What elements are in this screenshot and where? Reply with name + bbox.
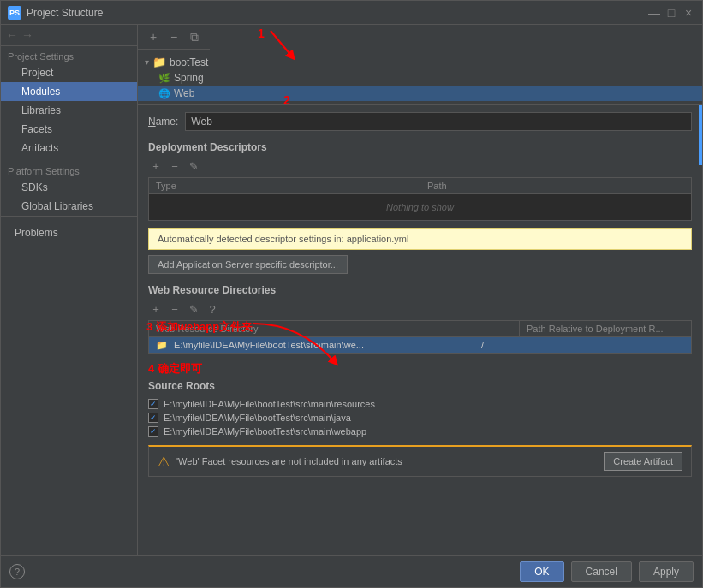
wr-remove-btn[interactable]: − <box>167 301 182 317</box>
nav-back[interactable]: ← <box>6 28 18 42</box>
wr-add-btn[interactable]: + <box>148 301 164 317</box>
platform-settings-label: Platform Settings <box>1 161 137 178</box>
deployment-toolbar: + − ✎ <box>148 158 692 174</box>
project-settings-label: Project Settings <box>1 46 137 63</box>
tree-item-spring[interactable]: 🌿 Spring <box>138 70 702 86</box>
close-button[interactable]: × <box>682 6 695 20</box>
nothing-to-show: Nothing to show <box>386 202 454 212</box>
sidebar-item-project[interactable]: Project <box>1 63 137 82</box>
sidebar-item-artifacts[interactable]: Artifacts <box>1 139 137 157</box>
source-item-resources: ✓ E:\myfile\IDEA\MyFile\bootTest\src\mai… <box>148 397 692 411</box>
deployment-table: Type Path Nothing to show <box>148 177 692 221</box>
footer-left: ? <box>9 564 513 579</box>
app-icon: PS <box>8 6 21 20</box>
annotation-4: 4 确定即可 <box>148 362 202 375</box>
source-item-webapp: ✓ E:\myfile\IDEA\MyFile\bootTest\src\mai… <box>148 425 692 438</box>
ok-button[interactable]: OK <box>520 561 563 582</box>
main-content: ← → Project Settings Project Modules Lib… <box>1 25 702 555</box>
title-bar: PS Project Structure — □ × <box>1 1 702 25</box>
apply-button[interactable]: Apply <box>639 561 694 582</box>
wr-help-btn[interactable]: ? <box>205 301 220 317</box>
sidebar-item-modules[interactable]: Modules <box>1 82 137 101</box>
auto-detected-box: Automatically detected descriptor settin… <box>148 228 692 250</box>
type-col-header: Type <box>149 178 420 193</box>
sidebar-item-facets[interactable]: Facets <box>1 120 137 139</box>
wr-dir-col: Web Resource Directory <box>149 321 520 336</box>
wr-edit-btn[interactable]: ✎ <box>186 301 201 317</box>
tree-item-web[interactable]: 🌐 Web <box>138 86 702 101</box>
right-accent-bar <box>699 105 702 165</box>
sidebar-item-problems[interactable]: Problems <box>8 223 130 242</box>
spring-label: Spring <box>174 72 204 84</box>
detail-panel: Name: Deployment Descriptors + − ✎ Type … <box>138 105 702 555</box>
deployment-descriptors-title: Deployment Descriptors <box>148 141 692 153</box>
nav-forward[interactable]: → <box>21 28 33 42</box>
sidebar-item-libraries[interactable]: Libraries <box>1 101 137 120</box>
path-col-header: Path <box>420 178 691 193</box>
add-module-btn[interactable]: + <box>145 28 162 45</box>
tree-expand-arrow: ▾ <box>145 57 149 67</box>
annotation-4-container: 4 确定即可 <box>148 361 692 377</box>
copy-module-btn[interactable]: ⧉ <box>186 28 203 45</box>
warning-text: 'Web' Facet resources are not included i… <box>176 456 597 466</box>
name-row: Name: <box>148 112 692 131</box>
wr-path-value: / <box>474 337 646 353</box>
source-path-0: E:\myfile\IDEA\MyFile\bootTest\src\main\… <box>164 399 375 409</box>
create-artifact-btn[interactable]: Create Artifact <box>604 452 682 471</box>
web-label: Web <box>174 87 194 99</box>
web-icon: 🌐 <box>158 88 170 99</box>
dd-remove-btn[interactable]: − <box>167 158 182 174</box>
source-roots-area: Source Roots ✓ E:\myfile\IDEA\MyFile\boo… <box>148 380 692 438</box>
dd-edit-btn[interactable]: ✎ <box>186 158 201 174</box>
module-toolbar: + − ⧉ <box>138 25 210 50</box>
sidebar-item-global-libraries[interactable]: Global Libraries <box>1 197 137 216</box>
source-roots-title: Source Roots <box>148 380 692 392</box>
wr-toolbar: + − ✎ ? <box>148 301 692 317</box>
folder-icon: 📁 <box>152 56 166 68</box>
window-controls: — □ × <box>647 6 695 20</box>
source-path-2: E:\myfile\IDEA\MyFile\bootTest\src\main\… <box>164 426 366 437</box>
dialog-footer: ? OK Cancel Apply <box>1 555 702 587</box>
source-checkbox-2[interactable]: ✓ <box>148 426 158 437</box>
warning-icon: ⚠ <box>158 454 170 470</box>
name-input[interactable] <box>185 112 692 131</box>
auto-detected-text: Automatically detected descriptor settin… <box>158 234 408 244</box>
window-title: Project Structure <box>27 7 647 19</box>
tree-item-label: bootTest <box>170 56 208 68</box>
source-item-java: ✓ E:\myfile\IDEA\MyFile\bootTest\src\mai… <box>148 411 692 425</box>
add-descriptor-btn[interactable]: Add Application Server specific descript… <box>148 255 348 274</box>
help-button[interactable]: ? <box>9 564 25 579</box>
module-tree: ▾ 📁 bootTest 🌿 Spring 🌐 Web <box>138 50 702 105</box>
cancel-button[interactable]: Cancel <box>571 561 632 582</box>
wr-path-col: Path Relative to Deployment R... <box>520 321 691 336</box>
spring-icon: 🌿 <box>158 73 170 84</box>
warning-bar: ⚠ 'Web' Facet resources are not included… <box>148 445 692 477</box>
wr-table-header: Web Resource Directory Path Relative to … <box>149 321 691 337</box>
dd-add-btn[interactable]: + <box>148 158 164 174</box>
source-checkbox-0[interactable]: ✓ <box>148 399 158 409</box>
tree-item-boottest[interactable]: ▾ 📁 bootTest <box>138 54 702 70</box>
project-structure-dialog: PS Project Structure — □ × ← → Project S… <box>0 0 703 588</box>
name-label: Name: <box>148 116 178 128</box>
sidebar-item-sdks[interactable]: SDKs <box>1 178 137 197</box>
sidebar: ← → Project Settings Project Modules Lib… <box>1 25 138 555</box>
wr-dir-value: 📁 E:\myfile\IDEA\MyFile\bootTest\src\mai… <box>149 337 474 353</box>
source-checkbox-1[interactable]: ✓ <box>148 413 158 423</box>
restore-button[interactable]: □ <box>664 6 678 20</box>
web-resource-table: Web Resource Directory Path Relative to … <box>148 320 692 354</box>
source-path-1: E:\myfile\IDEA\MyFile\bootTest\src\main\… <box>164 413 351 423</box>
wr-table-row[interactable]: 📁 E:\myfile\IDEA\MyFile\bootTest\src\mai… <box>149 337 691 353</box>
remove-module-btn[interactable]: − <box>165 28 182 45</box>
web-resource-title: Web Resource Directories <box>148 284 692 296</box>
minimize-button[interactable]: — <box>647 6 661 20</box>
sidebar-nav-top: ← → <box>1 25 137 46</box>
deployment-table-header: Type Path <box>149 178 691 194</box>
deployment-table-body: Nothing to show <box>149 194 691 220</box>
